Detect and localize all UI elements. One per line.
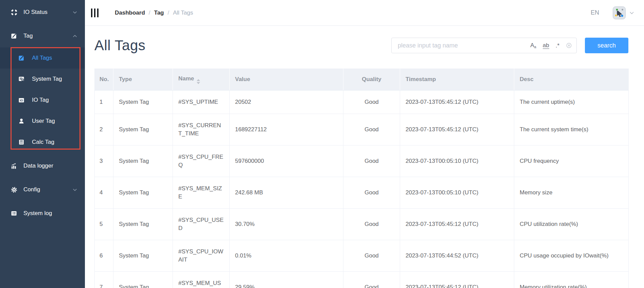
cell-name: #SYS_MEM_USED [173,272,230,288]
cell-quality: Good [343,91,400,114]
chart-icon [10,162,18,170]
breadcrumb-separator: / [149,9,150,16]
top-navbar: Dashboard / Tag / All Tags EN [85,0,644,26]
cell-timestamp: 2023-07-13T00:05:10 (UTC) [400,146,514,177]
avatar[interactable] [613,6,626,19]
page-title: All Tags [94,37,145,54]
table-header-row: No. Type Name Value Quality Timestamp De… [95,69,629,91]
cell-no: 7 [95,272,113,288]
cell-timestamp: 2023-07-13T05:45:12 (UTC) [400,209,514,240]
sidebar-item-calc-tag[interactable]: Calc Tag [0,132,85,153]
cell-quality: Good [343,177,400,209]
sidebar-item-label: System Tag [32,76,62,82]
cell-name: #SYS_UPTIME [173,91,230,114]
sidebar-item-all-tags[interactable]: All Tags [0,47,85,69]
user-menu-chevron-icon[interactable] [629,10,634,16]
sidebar-item-label: IO Tag [32,97,49,103]
table-row: 6 System Tag #SYS_CPU_IOWAIT 0.01% Good … [95,240,629,272]
cell-timestamp: 2023-07-13T05:45:12 (UTC) [400,272,514,288]
table-row: 4 System Tag #SYS_MEM_SIZE 242.68 MB Goo… [95,177,629,209]
regex-icon[interactable]: .* [556,43,559,49]
cell-desc: Memory utilization rate(%) [514,272,629,288]
cell-quality: Good [343,146,400,177]
search-box: Aa ab .* [391,38,577,53]
sidebar-item-system-log[interactable]: System log [0,201,85,225]
table-row: 1 System Tag #SYS_UPTIME 20502 Good 2023… [95,91,629,114]
cell-value: 20502 [230,91,343,114]
cell-no: 6 [95,240,113,272]
cell-timestamp: 2023-07-13T05:44:52 (UTC) [400,240,514,272]
chevron-up-icon [72,34,77,39]
io-status-icon [10,8,18,16]
sidebar-item-data-logger[interactable]: Data logger [0,154,85,178]
table-row: 5 System Tag #SYS_CPU_USED 30.70% Good 2… [95,209,629,240]
column-header-no: No. [95,69,113,91]
table-row: 2 System Tag #SYS_CURRENT_TIME 168922711… [95,114,629,146]
breadcrumb-tag[interactable]: Tag [154,9,164,16]
calculator-icon [18,138,25,146]
cell-value: 597600000 [230,146,343,177]
sidebar-item-user-tag[interactable]: User Tag [0,111,85,132]
cell-no: 4 [95,177,113,209]
cell-name: #SYS_CPU_IOWAIT [173,240,230,272]
sort-carets-icon[interactable] [197,79,200,84]
table-row: 7 System Tag #SYS_MEM_USED 29.59% Good 2… [95,272,629,288]
breadcrumb-dashboard[interactable]: Dashboard [115,9,145,16]
cell-timestamp: 2023-07-13T00:05:10 (UTC) [400,177,514,209]
sidebar-item-io-status[interactable]: IO Status [0,0,85,24]
breadcrumb-current: All Tags [173,9,193,16]
chevron-down-icon [72,187,77,192]
user-icon [18,117,25,125]
cell-desc: CPU usage occupied by IOwait(%) [514,240,629,272]
search-button[interactable]: search [585,38,628,53]
cell-desc: CPU utilization rate(%) [514,209,629,240]
cell-name: #SYS_MEM_SIZE [173,177,230,209]
svg-text:IO: IO [20,99,23,102]
table-row: 3 System Tag #SYS_CPU_FREQ 597600000 Goo… [95,146,629,177]
column-header-timestamp: Timestamp [400,69,514,91]
cell-name: #SYS_CPU_FREQ [173,146,230,177]
breadcrumb-separator: / [168,9,169,16]
cell-no: 1 [95,91,113,114]
cell-type: System Tag [113,146,173,177]
cell-type: System Tag [113,272,173,288]
cell-type: System Tag [113,177,173,209]
cell-quality: Good [343,114,400,146]
column-header-name[interactable]: Name [173,69,230,91]
sidebar-toggle-button[interactable] [90,7,99,19]
cell-quality: Good [343,240,400,272]
cell-desc: The current system time(s) [514,114,629,146]
cell-desc: The current uptime(s) [514,91,629,114]
cell-desc: Memory size [514,177,629,209]
sidebar-item-tag[interactable]: Tag [0,24,85,47]
cell-type: System Tag [113,240,173,272]
tag-edit-icon [10,32,18,40]
sidebar-item-label: System log [23,210,52,217]
match-case-icon[interactable]: Aa [530,42,536,49]
sidebar: IO Status Tag All Tags System Tag IO IO … [0,0,85,288]
all-tags-icon [18,54,25,62]
sidebar-item-io-tag[interactable]: IO IO Tag [0,90,85,111]
cell-no: 5 [95,209,113,240]
sidebar-item-label: Tag [23,33,33,39]
log-list-icon [10,210,18,217]
whole-word-icon[interactable]: ab [543,42,549,49]
language-selector[interactable]: EN [591,9,599,16]
cell-no: 3 [95,146,113,177]
clear-search-icon[interactable] [566,42,572,49]
cell-name: #SYS_CURRENT_TIME [173,114,230,146]
cell-timestamp: 2023-07-13T05:45:12 (UTC) [400,91,514,114]
sidebar-item-label: Config [23,186,40,193]
sidebar-item-system-tag[interactable]: System Tag [0,69,85,90]
sidebar-item-config[interactable]: Config [0,178,85,201]
breadcrumb: Dashboard / Tag / All Tags [115,9,193,16]
cell-quality: Good [343,272,400,288]
cell-quality: Good [343,209,400,240]
sidebar-item-label: IO Status [23,9,48,16]
column-header-value: Value [230,69,343,91]
cell-value: 29.59% [230,272,343,288]
system-tag-icon [18,75,25,83]
sidebar-item-label: All Tags [32,55,52,61]
cell-no: 2 [95,114,113,146]
cell-value: 30.70% [230,209,343,240]
